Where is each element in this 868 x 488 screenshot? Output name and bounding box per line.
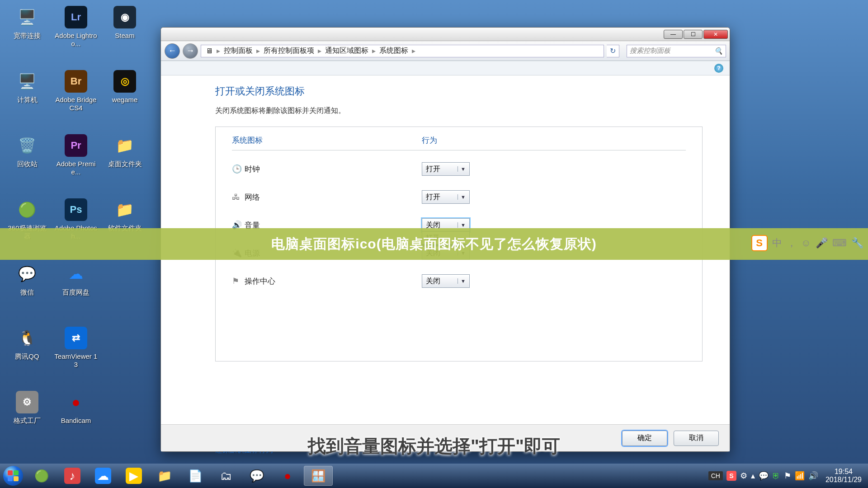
- ime-tool-icon[interactable]: 🔧: [851, 237, 863, 249]
- breadcrumb-item[interactable]: 所有控制面板项: [262, 46, 316, 56]
- clock[interactable]: 19:54 2018/11/29: [822, 468, 865, 484]
- app-icon: ●: [63, 389, 89, 415]
- refresh-button[interactable]: ↻: [607, 45, 619, 57]
- icon-label: 宽带连接: [5, 32, 50, 40]
- desktop-icon[interactable]: BrAdobe Bridge CS4: [53, 69, 99, 118]
- desktop-icon[interactable]: 🗑️回收站: [5, 133, 50, 183]
- app-icon: 🖥️: [14, 69, 40, 94]
- computer-icon: 🖥: [204, 47, 215, 55]
- search-input[interactable]: 搜索控制面板 🔍: [627, 45, 726, 57]
- page-description: 关闭系统图标将删除该图标并关闭通知。: [215, 106, 712, 116]
- behavior-select[interactable]: 关闭▼: [422, 274, 470, 288]
- banner-text: 电脑桌面图标ico(电脑桌面图标不见了怎么恢复原状): [271, 235, 596, 253]
- titlebar: — ☐ ✕: [161, 28, 730, 41]
- maximize-button[interactable]: ☐: [684, 30, 703, 39]
- desktop-icon[interactable]: ●Bandicam: [53, 389, 99, 439]
- close-button[interactable]: ✕: [703, 30, 728, 39]
- taskbar-item[interactable]: ▶: [119, 466, 148, 486]
- row-icon: 🖧: [232, 192, 245, 202]
- tray-wechat-icon[interactable]: 💬: [759, 471, 769, 481]
- behavior-select[interactable]: 打开▼: [422, 162, 470, 176]
- sogou-tray-icon[interactable]: S: [726, 471, 736, 481]
- desktop-icon[interactable]: LrAdobe Lightroo...: [53, 5, 99, 54]
- row-icon: 🕒: [232, 164, 245, 174]
- app-icon: 💬: [14, 261, 40, 286]
- ime-voice-icon[interactable]: 🎤: [816, 237, 828, 249]
- app-icon: Pr: [63, 133, 89, 158]
- desktop-icon[interactable]: 📁桌面文件夹: [102, 133, 147, 183]
- search-icon: 🔍: [714, 47, 723, 55]
- breadcrumb-item[interactable]: 系统图标: [377, 46, 410, 56]
- desktop-icon[interactable]: ☁百度网盘: [53, 261, 99, 311]
- clock-time: 19:54: [826, 468, 862, 476]
- taskbar-item[interactable]: 🪟: [304, 466, 333, 486]
- app-icon: 🖥️: [14, 5, 40, 30]
- icon-label: Bandicam: [53, 417, 99, 425]
- app-icon: ⇄: [63, 325, 89, 351]
- forward-button[interactable]: →: [183, 43, 198, 59]
- table-row: 🖧网络打开▼: [232, 183, 686, 211]
- lang-indicator[interactable]: CH: [708, 471, 723, 480]
- icon-label: Adobe Premie...: [53, 160, 99, 176]
- taskbar-item[interactable]: ♪: [58, 466, 87, 486]
- taskbar-item[interactable]: ●: [273, 466, 302, 486]
- app-icon: 📁: [112, 133, 137, 158]
- start-button[interactable]: [0, 464, 26, 488]
- taskbar-item[interactable]: 📄: [181, 466, 210, 486]
- table-row: ⚑操作中心关闭▼: [232, 267, 686, 295]
- help-icon[interactable]: ?: [714, 64, 723, 73]
- col-behavior: 行为: [422, 135, 437, 145]
- tray-shield-icon[interactable]: ⛨: [772, 471, 780, 481]
- tray-volume-icon[interactable]: 🔊: [808, 471, 818, 481]
- system-tray: CH S ⚙ ▴ 💬 ⛨ ⚑ 📶 🔊 19:54 2018/11/29: [706, 468, 868, 484]
- minimize-button[interactable]: —: [664, 30, 683, 39]
- tray-flag-icon[interactable]: ⚑: [784, 471, 791, 481]
- app-icon: Ps: [63, 197, 89, 222]
- app-icon: ◉: [112, 5, 137, 30]
- row-label: 操作中心: [245, 276, 422, 286]
- row-label: 时钟: [245, 164, 422, 174]
- tray-settings-icon[interactable]: ⚙: [740, 471, 747, 481]
- tray-network-icon[interactable]: 📶: [795, 471, 805, 481]
- taskbar-item[interactable]: 📁: [150, 466, 179, 486]
- taskbar-item[interactable]: 🟢: [27, 466, 56, 486]
- tray-up-icon[interactable]: ▴: [751, 471, 755, 481]
- desktop-icon[interactable]: 🖥️计算机: [5, 69, 50, 118]
- row-label: 网络: [245, 192, 422, 202]
- icon-label: Adobe Lightroo...: [53, 32, 99, 48]
- ime-lang[interactable]: 中: [772, 236, 782, 250]
- table-header: 系统图标 行为: [232, 135, 686, 150]
- taskbar-item[interactable]: 🗂: [212, 466, 241, 486]
- breadcrumb-item[interactable]: 控制面板: [222, 46, 255, 56]
- behavior-select[interactable]: 打开▼: [422, 190, 470, 204]
- breadcrumb-item[interactable]: 通知区域图标: [323, 46, 370, 56]
- app-icon: 🟢: [14, 197, 40, 222]
- desktop-icon[interactable]: PrAdobe Premie...: [53, 133, 99, 183]
- icon-label: 格式工厂: [5, 417, 50, 425]
- ime-emoji-icon[interactable]: ☺: [801, 237, 811, 249]
- taskbar-item[interactable]: ☁: [89, 466, 118, 486]
- desktop-icon[interactable]: ⇄TeamViewer 13: [53, 325, 99, 375]
- ime-keyboard-icon[interactable]: ⌨: [832, 237, 847, 249]
- desktop-icon[interactable]: ◉Steam: [102, 5, 147, 54]
- taskbar-item[interactable]: 💬: [242, 466, 271, 486]
- chevron-right-icon: ▸: [255, 47, 262, 55]
- icon-label: TeamViewer 13: [53, 352, 99, 369]
- app-icon: Lr: [63, 5, 89, 30]
- nav-toolbar: ← → 🖥▸控制面板▸所有控制面板项▸通知区域图标▸系统图标▸ ↻ 搜索控制面板…: [161, 41, 730, 61]
- table-row: 🕒时钟打开▼: [232, 155, 686, 183]
- breadcrumb[interactable]: 🖥▸控制面板▸所有控制面板项▸通知区域图标▸系统图标▸: [201, 45, 604, 57]
- chevron-right-icon: ▸: [316, 47, 323, 55]
- desktop-icon[interactable]: ⚙格式工厂: [5, 389, 50, 439]
- desktop-icon[interactable]: ◎wegame: [102, 69, 147, 118]
- page-title: 打开或关闭系统图标: [215, 84, 712, 98]
- icon-label: 腾讯QQ: [5, 352, 50, 361]
- desktop-icon[interactable]: 🖥️宽带连接: [5, 5, 50, 54]
- ime-punct-icon[interactable]: ，: [787, 236, 797, 250]
- app-icon: Br: [63, 69, 89, 94]
- desktop-icon[interactable]: 🐧腾讯QQ: [5, 325, 50, 375]
- back-button[interactable]: ←: [165, 43, 180, 59]
- toolbar-row: ?: [161, 61, 730, 75]
- desktop-icon[interactable]: 💬微信: [5, 261, 50, 311]
- sogou-ime-icon[interactable]: S: [751, 235, 768, 251]
